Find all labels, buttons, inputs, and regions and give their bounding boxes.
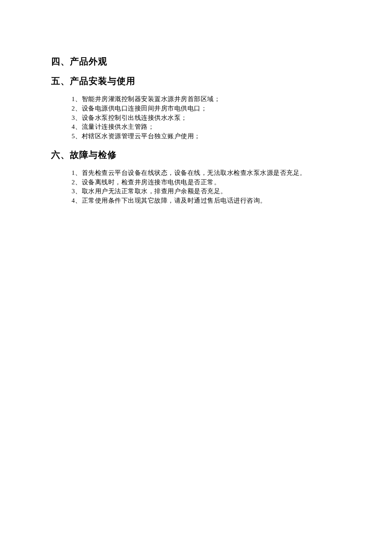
item-number: 3、 (72, 188, 82, 195)
section-6-list: 1、首先检查云平台设备在线状态，设备在线，无法取水检查水泵水源是否充足。 2、设… (51, 169, 341, 206)
item-number: 1、 (72, 169, 82, 176)
list-item: 2、设备电源供电口连接田间井房市电供电口； (72, 104, 341, 113)
item-text: 设备水泵控制引出线连接供水水泵； (82, 114, 187, 121)
section-4-heading: 四、产品外观 (51, 55, 341, 67)
list-item: 5、村辖区水资源管理云平台独立账户使用； (72, 132, 341, 141)
item-text: 流量计连接供水主管路； (82, 123, 155, 130)
item-text: 首先检查云平台设备在线状态，设备在线，无法取水检查水泵水源是否充足。 (82, 169, 306, 176)
item-number: 4、 (72, 197, 82, 204)
item-number: 2、 (72, 179, 82, 186)
item-text: 智能井房灌溉控制器安装置水源井房首部区域； (82, 96, 221, 102)
list-item: 3、设备水泵控制引出线连接供水水泵； (72, 113, 341, 123)
list-item: 2、设备离线时，检查井房连接市电供电是否正常。 (72, 178, 341, 187)
section-5-list: 1、智能井房灌溉控制器安装置水源井房首部区域； 2、设备电源供电口连接田间井房市… (51, 95, 341, 141)
item-text: 设备离线时，检查井房连接市电供电是否正常。 (82, 179, 221, 186)
item-number: 4、 (72, 123, 82, 130)
list-item: 1、首先检查云平台设备在线状态，设备在线，无法取水检查水泵水源是否充足。 (72, 169, 341, 178)
item-text: 村辖区水资源管理云平台独立账户使用； (82, 133, 201, 139)
list-item: 3、取水用户无法正常取水，排查用户余额是否充足。 (72, 187, 341, 196)
item-text: 取水用户无法正常取水，排查用户余额是否充足。 (82, 188, 227, 195)
item-text: 设备电源供电口连接田间井房市电供电口； (82, 105, 208, 112)
item-number: 3、 (72, 114, 82, 121)
item-number: 2、 (72, 105, 82, 112)
item-text: 正常使用条件下出现其它故障，请及时通过售后电话进行咨询。 (82, 197, 267, 204)
item-number: 1、 (72, 96, 82, 102)
section-6-heading: 六、故障与检修 (51, 149, 341, 161)
section-5-heading: 五、产品安装与使用 (51, 75, 341, 87)
item-number: 5、 (72, 133, 82, 139)
list-item: 1、智能井房灌溉控制器安装置水源井房首部区域； (72, 95, 341, 104)
list-item: 4、流量计连接供水主管路； (72, 122, 341, 132)
list-item: 4、正常使用条件下出现其它故障，请及时通过售后电话进行咨询。 (72, 196, 341, 206)
